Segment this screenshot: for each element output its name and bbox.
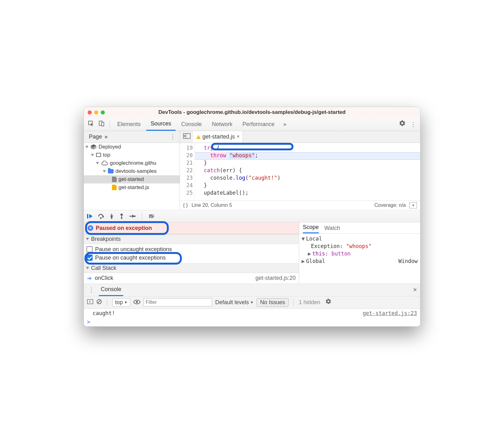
svg-rect-5 <box>87 214 88 218</box>
main-tabs: Elements Sources Console Network Perform… <box>84 118 420 131</box>
devtools-window: DevTools - googlechrome.github.io/devtoo… <box>84 107 420 327</box>
sources-main: Deployed top googlechrome.githu devtools… <box>84 143 420 210</box>
pretty-print-icon[interactable]: { } <box>183 202 188 208</box>
console-filter-input[interactable] <box>143 298 212 306</box>
file-tab-get-started-js[interactable]: get-started.js × <box>193 131 243 143</box>
titlebar: DevTools - googlechrome.github.io/devtoo… <box>84 107 420 118</box>
clear-console-icon[interactable] <box>96 299 102 306</box>
scope-global[interactable]: ▶GlobalWindow <box>302 257 418 265</box>
console-source-link[interactable]: get-started.js:23 <box>363 310 417 316</box>
window-title: DevTools - googlechrome.github.io/devtoo… <box>84 109 420 115</box>
scope-this[interactable]: ▶this: button <box>302 250 418 257</box>
callstack-header[interactable]: Call Stack <box>84 263 299 273</box>
current-frame-icon: ➔ <box>87 275 92 282</box>
watch-tab[interactable]: Watch <box>324 225 340 233</box>
svg-rect-2 <box>102 122 104 126</box>
tree-domain[interactable]: googlechrome.githu <box>84 159 180 167</box>
file-tab-label: get-started.js <box>202 134 235 140</box>
frame-icon <box>96 153 101 157</box>
more-tabs-icon[interactable]: » <box>280 121 289 128</box>
svg-line-17 <box>98 300 101 303</box>
document-icon <box>112 177 117 182</box>
step-out-icon[interactable] <box>119 213 124 219</box>
scope-tab[interactable]: Scope <box>303 224 319 233</box>
inspect-icon[interactable] <box>86 120 96 128</box>
editor-status: { } Line 20, Column 5 Coverage: n/a ▾ <box>180 201 420 210</box>
scope-exception[interactable]: Exception: "whoops" <box>302 242 418 250</box>
cursor-position: Line 20, Column 5 <box>191 202 232 208</box>
svg-point-8 <box>111 217 113 219</box>
tab-console[interactable]: Console <box>177 118 206 131</box>
scope-body: ▼Local Exception: "whoops" ▶this: button… <box>299 234 420 266</box>
console-prompt[interactable]: > <box>84 318 420 326</box>
drawer-tab-console[interactable]: Console <box>99 284 123 296</box>
tree-deployed[interactable]: Deployed <box>84 143 180 151</box>
navigator-page-tab[interactable]: Page <box>86 134 104 140</box>
drawer-menu-icon[interactable]: ⋮ <box>88 286 94 294</box>
paused-banner: ✕ Paused on exception <box>84 222 299 234</box>
navigator-menu-icon[interactable]: ⋮ <box>170 133 176 140</box>
live-expression-icon[interactable] <box>133 299 140 306</box>
warning-icon <box>196 135 201 139</box>
console-settings-icon[interactable] <box>325 298 332 306</box>
debugger-panes: ✕ Paused on exception Breakpoints Pause … <box>84 222 420 284</box>
deactivate-breakpoints-icon[interactable] <box>148 213 155 219</box>
code-editor[interactable]: 19202122232425 try { throw "whoops"; } c… <box>180 143 420 201</box>
svg-point-12 <box>134 215 136 217</box>
console-message[interactable]: caught! get-started.js:23 <box>84 309 420 318</box>
minimize-window-icon[interactable] <box>94 110 98 114</box>
js-file-icon <box>112 185 117 190</box>
device-icon[interactable] <box>97 120 106 128</box>
pause-caught-checkbox[interactable]: Pause on caught exceptions <box>86 254 296 262</box>
context-selector[interactable]: top ▼ <box>112 298 130 307</box>
navigator-more-icon[interactable]: » <box>104 134 108 140</box>
zoom-window-icon[interactable] <box>101 110 105 114</box>
resume-icon[interactable] <box>86 213 93 219</box>
svg-point-19 <box>136 301 138 303</box>
tab-performance[interactable]: Performance <box>238 118 279 131</box>
svg-point-6 <box>100 217 102 219</box>
cloud-icon <box>101 161 108 166</box>
coverage-label: Coverage: n/a <box>374 202 406 208</box>
file-tree: Deployed top googlechrome.githu devtools… <box>84 143 180 210</box>
pause-uncaught-checkbox[interactable]: Pause on uncaught exceptions <box>86 245 296 254</box>
settings-icon[interactable] <box>399 120 406 129</box>
exception-icon: ✕ <box>88 225 93 231</box>
step-over-icon[interactable] <box>98 213 104 219</box>
sources-subtabs: Page » ⋮ get-started.js × <box>84 131 420 143</box>
tab-elements[interactable]: Elements <box>113 118 145 131</box>
tree-file-html[interactable]: get-started <box>84 175 180 183</box>
close-drawer-icon[interactable]: × <box>413 286 417 294</box>
scope-local[interactable]: ▼Local <box>302 235 418 242</box>
console-sidebar-icon[interactable] <box>87 299 93 306</box>
tree-top[interactable]: top <box>84 151 180 159</box>
breakpoints-header[interactable]: Breakpoints <box>84 234 299 244</box>
debugger-toolbar <box>84 210 420 222</box>
window-controls <box>88 110 105 114</box>
deployed-icon <box>90 144 97 150</box>
step-icon[interactable] <box>129 214 136 218</box>
expand-icon[interactable]: ▾ <box>410 202 417 208</box>
stack-frame-onclick[interactable]: ➔ onClick get-started.js:20 <box>84 273 299 284</box>
editor-pane: 19202122232425 try { throw "whoops"; } c… <box>180 143 420 210</box>
paused-text: Paused on exception <box>96 225 152 231</box>
toggle-navigator-icon[interactable] <box>183 133 191 140</box>
tab-network[interactable]: Network <box>207 118 237 131</box>
kebab-menu-icon[interactable]: ⋮ <box>410 120 416 128</box>
console-toolbar: top ▼ Default levels ▼ No Issues 1 hidde… <box>84 296 420 309</box>
scope-tabs: Scope Watch <box>299 222 420 234</box>
log-levels-selector[interactable]: Default levels ▼ <box>215 299 254 306</box>
line-gutter: 19202122232425 <box>180 143 195 201</box>
close-window-icon[interactable] <box>88 110 92 114</box>
issues-button[interactable]: No Issues <box>257 298 288 307</box>
svg-point-10 <box>121 217 123 219</box>
tree-file-js[interactable]: get-started.js <box>84 183 180 192</box>
code-lines: try { throw "whoops"; } catch(err) { con… <box>195 143 420 201</box>
step-into-icon[interactable] <box>109 213 114 219</box>
console-body: caught! get-started.js:23 > <box>84 309 420 326</box>
tab-sources[interactable]: Sources <box>146 118 176 131</box>
tree-folder[interactable]: devtools-samples <box>84 167 180 175</box>
close-tab-icon[interactable]: × <box>237 134 240 139</box>
drawer-tabs: ⋮ Console × <box>84 284 420 296</box>
hidden-count: 1 hidden <box>299 299 320 306</box>
